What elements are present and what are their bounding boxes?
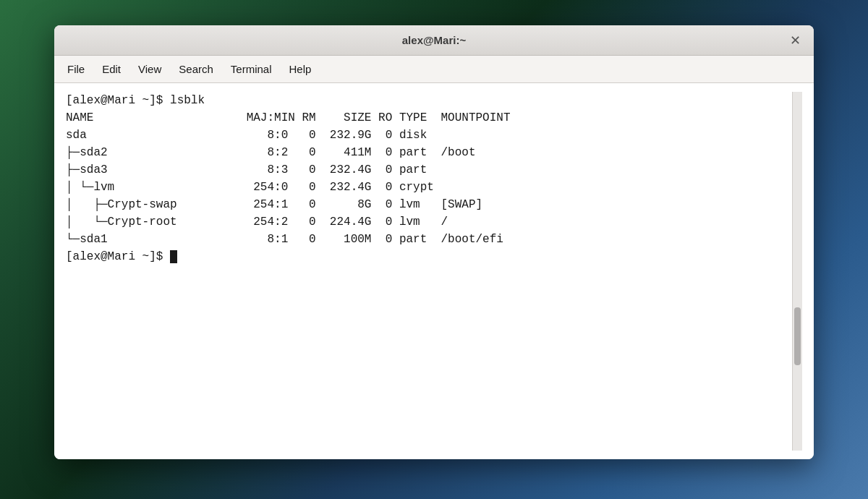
close-button[interactable]: ✕ — [786, 32, 804, 49]
scrollbar-thumb[interactable] — [794, 307, 801, 365]
terminal-line-1: [alex@Mari ~]$ lsblk NAME MAJ:MIN RM SIZ… — [66, 94, 511, 263]
menu-view[interactable]: View — [131, 60, 169, 78]
menu-bar: File Edit View Search Terminal Help — [54, 56, 814, 83]
terminal-content: [alex@Mari ~]$ lsblk NAME MAJ:MIN RM SIZ… — [66, 92, 792, 451]
title-bar: alex@Mari:~ ✕ — [54, 25, 814, 56]
menu-terminal[interactable]: Terminal — [224, 60, 279, 78]
window-title: alex@Mari:~ — [402, 34, 466, 46]
menu-help[interactable]: Help — [282, 60, 319, 78]
terminal-window: alex@Mari:~ ✕ File Edit View Search Term… — [54, 25, 814, 459]
menu-file[interactable]: File — [60, 60, 92, 78]
menu-search[interactable]: Search — [171, 60, 221, 78]
terminal-body[interactable]: [alex@Mari ~]$ lsblk NAME MAJ:MIN RM SIZ… — [54, 83, 814, 459]
scrollbar[interactable] — [792, 92, 802, 451]
menu-edit[interactable]: Edit — [95, 60, 128, 78]
cursor — [170, 250, 177, 263]
